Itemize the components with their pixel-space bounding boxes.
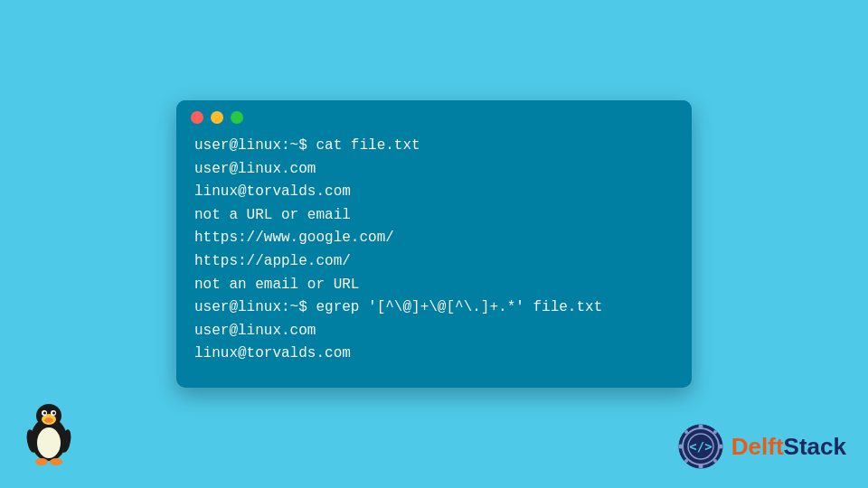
svg-point-1 — [37, 427, 61, 458]
terminal-window: user@linux:~$ cat file.txt user@linux.co… — [176, 100, 692, 388]
linux-penguin-icon — [22, 401, 76, 466]
terminal-line: https://apple.com/ — [194, 250, 674, 274]
terminal-line: https://www.google.com/ — [194, 227, 674, 250]
svg-point-23 — [684, 459, 688, 463]
terminal-body: user@linux:~$ cat file.txt user@linux.co… — [176, 131, 692, 388]
terminal-line: linux@torvalds.com — [194, 181, 674, 204]
terminal-line: user@linux:~$ egrep '[^\@]+\@[^\.]+.*' f… — [194, 296, 674, 320]
svg-point-6 — [43, 412, 46, 415]
svg-point-9 — [35, 458, 48, 465]
svg-point-17 — [698, 425, 703, 429]
svg-point-20 — [718, 445, 722, 449]
svg-point-19 — [678, 445, 683, 449]
svg-text:</>: </> — [689, 439, 712, 454]
svg-point-22 — [713, 430, 717, 434]
svg-point-24 — [713, 459, 717, 463]
delftstack-logo: </> DelftStack — [677, 423, 846, 470]
close-dot[interactable] — [191, 111, 203, 124]
maximize-dot[interactable] — [231, 111, 243, 124]
delft-icon: </> — [677, 423, 724, 470]
terminal-titlebar — [176, 100, 692, 131]
terminal-line: not a URL or email — [194, 204, 674, 228]
terminal-line: linux@torvalds.com — [194, 343, 674, 366]
svg-point-7 — [52, 412, 55, 415]
terminal-line: user@linux.com — [194, 158, 674, 182]
terminal-line: not an email or URL — [194, 274, 674, 297]
svg-point-21 — [684, 430, 688, 434]
svg-point-10 — [50, 458, 62, 465]
terminal-line: user@linux.com — [194, 320, 674, 343]
svg-point-18 — [698, 465, 703, 469]
terminal-line: user@linux:~$ cat file.txt — [194, 135, 674, 158]
delftstack-text: DelftStack — [731, 433, 846, 461]
minimize-dot[interactable] — [211, 111, 223, 124]
svg-point-8 — [44, 418, 53, 423]
